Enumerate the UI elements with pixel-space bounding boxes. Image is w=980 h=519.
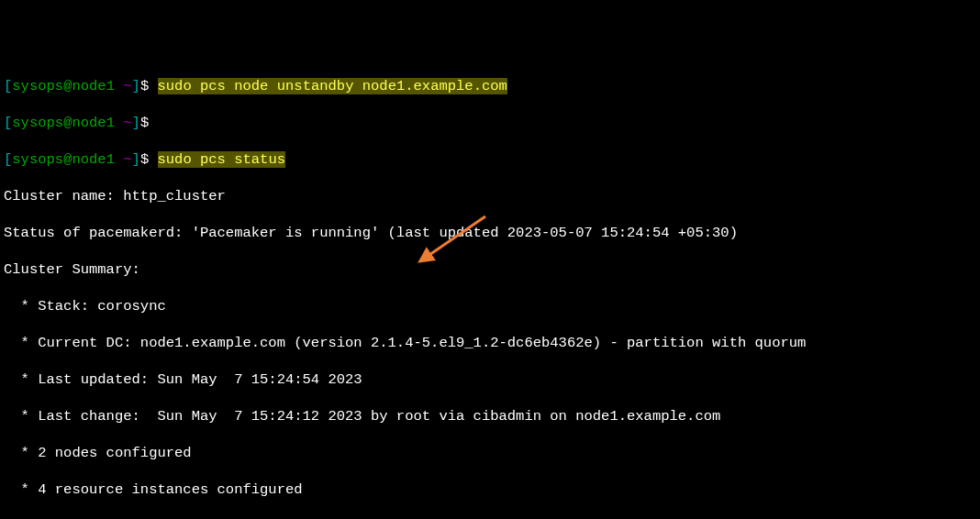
prompt-space bbox=[115, 78, 123, 94]
prompt-line-2[interactable]: [sysops@node1 ~]$ bbox=[4, 114, 976, 132]
out-last-change: * Last change: Sun May 7 15:24:12 2023 b… bbox=[4, 407, 976, 425]
out-pacemakerd: Status of pacemakerd: 'Pacemaker is runn… bbox=[4, 224, 976, 242]
prompt-tilde: ~ bbox=[123, 78, 131, 94]
prompt-line-1[interactable]: [sysops@node1 ~]$ sudo pcs node unstandb… bbox=[4, 77, 976, 95]
out-last-updated: * Last updated: Sun May 7 15:24:54 2023 bbox=[4, 370, 976, 389]
out-summary-hdr: Cluster Summary: bbox=[4, 260, 976, 279]
out-stack: * Stack: corosync bbox=[4, 297, 976, 315]
prompt-user: sysops bbox=[12, 78, 63, 94]
command-status: sudo pcs status bbox=[158, 151, 286, 168]
out-current-dc: * Current DC: node1.example.com (version… bbox=[4, 334, 976, 352]
out-nodes-cfg: * 2 nodes configured bbox=[4, 444, 976, 462]
prompt-dollar: $ bbox=[140, 78, 158, 94]
prompt-host: node1 bbox=[72, 78, 115, 94]
command-unstandby: sudo pcs node unstandby node1.example.co… bbox=[158, 78, 507, 94]
prompt-bracket-open: [ bbox=[4, 78, 12, 94]
prompt-bracket-close: ] bbox=[132, 78, 140, 94]
out-res-cfg: * 4 resource instances configured bbox=[4, 480, 976, 499]
prompt-line-3[interactable]: [sysops@node1 ~]$ sudo pcs status bbox=[4, 150, 976, 169]
out-cluster-name: Cluster name: http_cluster bbox=[4, 187, 976, 205]
